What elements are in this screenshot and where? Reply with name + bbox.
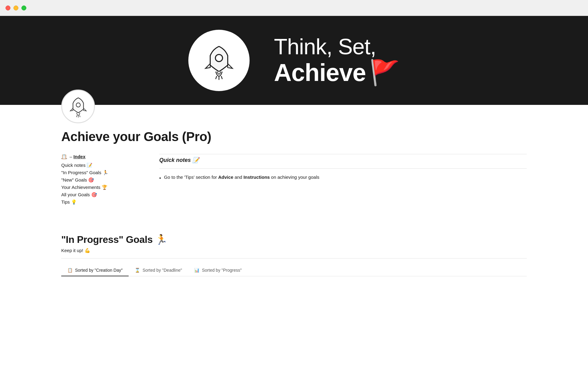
hero-text: Think, Set, Achieve🚩 [274,35,400,86]
minimize-button[interactable] [13,6,18,10]
index-header: 📋 – Index [61,154,141,159]
index-section: 📋 – Index Quick notes 📝 "In Progress" Go… [61,154,527,207]
rocket-icon [199,40,239,80]
nav-in-progress[interactable]: "In Progress" Goals 🏃 [61,170,141,175]
tab-progress-label: Sorted by "Progress" [202,268,242,273]
bullet-dot: • [159,174,161,182]
quick-notes-panel: Quick notes 📝 • Go to the 'Tips' section… [159,154,527,207]
maximize-button[interactable] [21,6,26,10]
content-wrapper: Achieve your Goals (Pro) 📋 – Index Quick… [0,129,588,276]
index-label[interactable]: Index [74,154,85,159]
in-progress-section: "In Progress" Goals 🏃 Keep it up! 💪 📋 So… [61,221,527,276]
page-title: Achieve your Goals (Pro) [61,129,527,144]
tab-progress-icon: 📊 [194,268,199,273]
tab-creation-day[interactable]: 📋 Sorted by "Creation Day" [61,265,129,276]
page-avatar [61,90,95,123]
close-button[interactable] [6,6,10,10]
tab-creation-label: Sorted by "Creation Day" [75,268,123,273]
in-progress-title: "In Progress" Goals 🏃 [61,234,527,245]
svg-line-3 [221,76,222,79]
nav-achievements[interactable]: Your Achievements 🏆 [61,185,141,190]
nav-quick-notes[interactable]: Quick notes 📝 [61,163,141,168]
nav-all-goals[interactable]: All your Goals 🎯 [61,192,141,197]
nav-new-goals[interactable]: "New" Goals 🎯 [61,177,141,183]
svg-line-5 [76,115,77,117]
index-emoji: 📋 [61,154,67,159]
tab-creation-icon: 📋 [67,268,73,273]
sort-tabs: 📋 Sorted by "Creation Day" ⌛ Sorted by "… [61,265,527,276]
in-progress-subtitle: Keep it up! 💪 [61,248,527,253]
tab-deadline-label: Sorted by "Deadline" [142,268,182,273]
bullet-text: Go to the 'Tips' section for Advice and … [164,174,319,181]
hero-line2: Achieve🚩 [274,59,400,86]
svg-line-1 [216,76,217,79]
tab-progress[interactable]: 📊 Sorted by "Progress" [188,265,248,276]
hero-line1: Think, Set, [274,35,400,59]
svg-point-4 [76,103,80,107]
tab-deadline-icon: ⌛ [135,268,140,273]
tab-deadline[interactable]: ⌛ Sorted by "Deadline" [129,265,188,276]
nav-tips[interactable]: Tips 💡 [61,199,141,205]
avatar-rocket-icon [67,95,90,118]
svg-line-7 [80,115,80,117]
in-progress-divider [61,258,527,259]
hero-rocket-circle [188,30,250,91]
title-bar [0,0,588,16]
index-nav: 📋 – Index Quick notes 📝 "In Progress" Go… [61,154,141,207]
quick-notes-title: Quick notes 📝 [159,157,527,163]
quick-notes-bullet: • Go to the 'Tips' section for Advice an… [159,174,527,182]
page-icon-container [0,90,588,123]
quick-notes-divider [159,168,527,169]
svg-point-0 [215,55,222,62]
